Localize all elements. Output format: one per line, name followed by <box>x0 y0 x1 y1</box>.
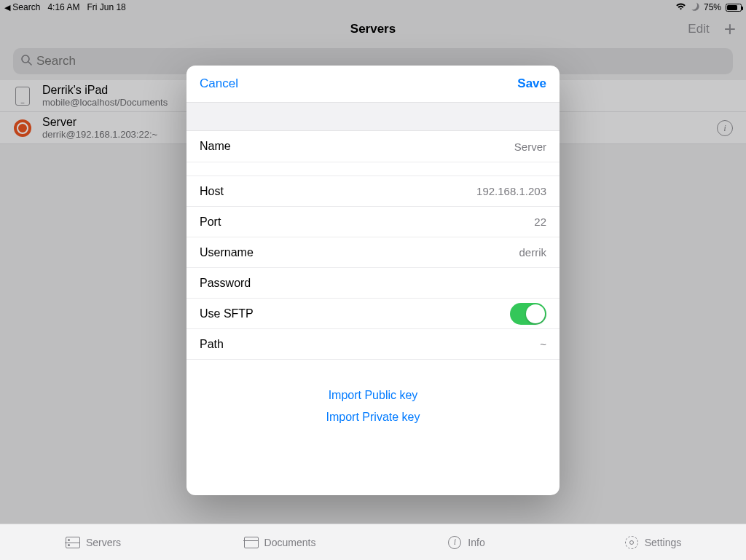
gear-icon <box>624 535 639 550</box>
tab-label: Servers <box>86 537 121 548</box>
tab-documents[interactable]: Documents <box>186 524 373 560</box>
path-label: Path <box>200 338 224 351</box>
servers-icon <box>66 535 80 550</box>
tab-servers[interactable]: Servers <box>0 524 186 560</box>
sftp-toggle[interactable] <box>510 303 546 325</box>
name-label: Name <box>200 140 231 153</box>
password-label: Password <box>200 277 251 290</box>
tab-settings[interactable]: Settings <box>560 524 746 560</box>
import-public-key-button[interactable]: Import Public key <box>329 389 418 402</box>
tab-label: Documents <box>264 537 316 548</box>
tab-info[interactable]: i Info <box>373 524 560 560</box>
cancel-button[interactable]: Cancel <box>200 76 238 91</box>
username-label: Username <box>200 246 254 259</box>
host-label: Host <box>200 185 224 198</box>
password-field[interactable] <box>338 277 546 289</box>
folder-icon <box>244 535 259 550</box>
import-private-key-button[interactable]: Import Private key <box>326 411 420 424</box>
tab-label: Settings <box>645 537 682 548</box>
tab-bar: Servers Documents i Info Settings <box>0 524 746 560</box>
path-field[interactable] <box>338 338 546 350</box>
server-edit-modal: Cancel Save Name Host Port Username Pass… <box>186 66 560 495</box>
host-field[interactable] <box>338 185 546 197</box>
port-label: Port <box>200 216 221 229</box>
username-field[interactable] <box>338 246 546 259</box>
sftp-label: Use SFTP <box>200 307 254 320</box>
name-field[interactable] <box>338 141 546 153</box>
info-icon: i <box>447 535 462 550</box>
port-field[interactable] <box>338 216 546 228</box>
save-button[interactable]: Save <box>517 76 546 91</box>
tab-label: Info <box>468 537 484 548</box>
